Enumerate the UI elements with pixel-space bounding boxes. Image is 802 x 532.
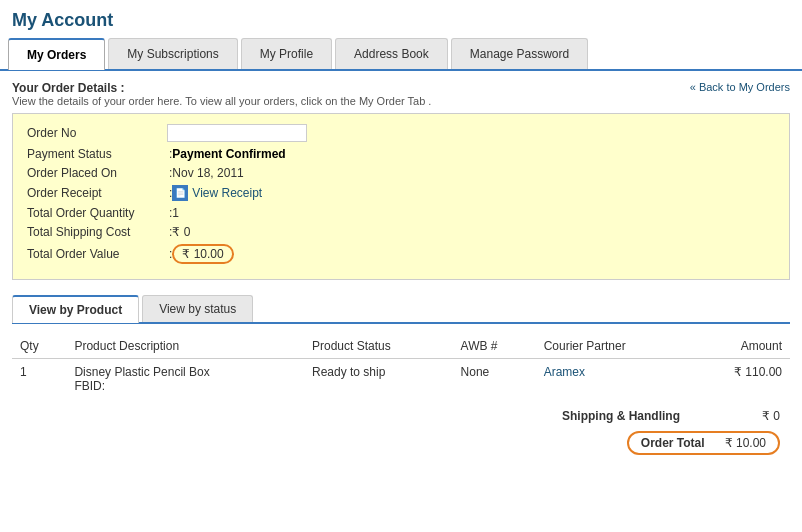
order-placed-row: Order Placed On : Nov 18, 2011 xyxy=(27,166,391,180)
view-receipt-link[interactable]: View Receipt xyxy=(192,186,262,200)
col-awb: AWB # xyxy=(453,334,536,359)
order-details-header: Your Order Details : View the details of… xyxy=(12,81,790,107)
order-details-subtitle: View the details of your order here. To … xyxy=(12,95,431,107)
totals-section: Shipping & Handling ₹ 0 Order Total ₹ 10… xyxy=(12,409,790,455)
order-no-label: Order No xyxy=(27,126,167,140)
sub-tabs-container: View by Product View by status xyxy=(12,294,790,324)
total-shipping-value: ₹ 0 xyxy=(172,225,190,239)
total-qty-row: Total Order Quantity : 1 xyxy=(27,206,391,220)
col-amount: Amount xyxy=(689,334,790,359)
shipping-label: Shipping & Handling xyxy=(520,409,700,423)
tabs-container: My Orders My Subscriptions My Profile Ad… xyxy=(0,37,802,71)
table-row: 1 Disney Plastic Pencil Box FBID: Ready … xyxy=(12,359,790,400)
order-total-row: Order Total ₹ 10.00 xyxy=(480,431,780,455)
shipping-handling-row: Shipping & Handling ₹ 0 xyxy=(480,409,780,423)
order-receipt-label: Order Receipt xyxy=(27,186,167,200)
payment-status-value: Payment Confirmed xyxy=(172,147,285,161)
order-total-value: ₹ 10.00 xyxy=(725,436,766,450)
total-order-value-label: Total Order Value xyxy=(27,247,167,261)
sub-tab-view-by-status[interactable]: View by status xyxy=(142,295,253,322)
courier-link[interactable]: Aramex xyxy=(544,365,585,379)
row-qty: 1 xyxy=(12,359,66,400)
sub-tab-view-by-product[interactable]: View by Product xyxy=(12,295,139,323)
col-courier: Courier Partner xyxy=(536,334,690,359)
payment-status-label: Payment Status xyxy=(27,147,167,161)
tab-address-book[interactable]: Address Book xyxy=(335,38,448,69)
order-no-row: Order No xyxy=(27,124,391,142)
order-placed-value: Nov 18, 2011 xyxy=(172,166,243,180)
row-product-status: Ready to ship xyxy=(304,359,453,400)
receipt-icon: 📄 xyxy=(172,185,188,201)
row-awb: None xyxy=(453,359,536,400)
order-details-title: Your Order Details : xyxy=(12,81,431,95)
total-order-value: ₹ 10.00 xyxy=(172,244,233,264)
row-amount: ₹ 110.00 xyxy=(689,359,790,400)
order-total-box: Order Total ₹ 10.00 xyxy=(627,431,780,455)
content-area: Your Order Details : View the details of… xyxy=(0,71,802,465)
back-to-orders-link[interactable]: « Back to My Orders xyxy=(690,81,790,93)
payment-status-row: Payment Status : Payment Confirmed xyxy=(27,147,391,161)
tab-my-orders[interactable]: My Orders xyxy=(8,38,105,70)
tab-my-subscriptions[interactable]: My Subscriptions xyxy=(108,38,237,69)
total-shipping-row: Total Shipping Cost : ₹ 0 xyxy=(27,225,391,239)
order-details-text-block: Your Order Details : View the details of… xyxy=(12,81,431,107)
tab-my-profile[interactable]: My Profile xyxy=(241,38,332,69)
total-shipping-label: Total Shipping Cost xyxy=(27,225,167,239)
shipping-value: ₹ 0 xyxy=(700,409,780,423)
order-no-input[interactable] xyxy=(167,124,307,142)
product-table: Qty Product Description Product Status A… xyxy=(12,334,790,399)
order-info-right xyxy=(411,124,775,269)
row-courier: Aramex xyxy=(536,359,690,400)
order-info-box: Order No Payment Status : Payment Confir… xyxy=(12,113,790,280)
order-total-label: Order Total xyxy=(641,436,705,450)
order-placed-label: Order Placed On xyxy=(27,166,167,180)
row-product-desc: Disney Plastic Pencil Box FBID: xyxy=(66,359,304,400)
tab-manage-password[interactable]: Manage Password xyxy=(451,38,588,69)
total-qty-label: Total Order Quantity xyxy=(27,206,167,220)
col-qty: Qty xyxy=(12,334,66,359)
order-info-left: Order No Payment Status : Payment Confir… xyxy=(27,124,391,269)
total-qty-value: 1 xyxy=(172,206,179,220)
col-product-desc: Product Description xyxy=(66,334,304,359)
order-receipt-row: Order Receipt : 📄 View Receipt xyxy=(27,185,391,201)
page-title: My Account xyxy=(0,0,802,37)
col-product-status: Product Status xyxy=(304,334,453,359)
table-header-row: Qty Product Description Product Status A… xyxy=(12,334,790,359)
total-order-value-row: Total Order Value : ₹ 10.00 xyxy=(27,244,391,264)
